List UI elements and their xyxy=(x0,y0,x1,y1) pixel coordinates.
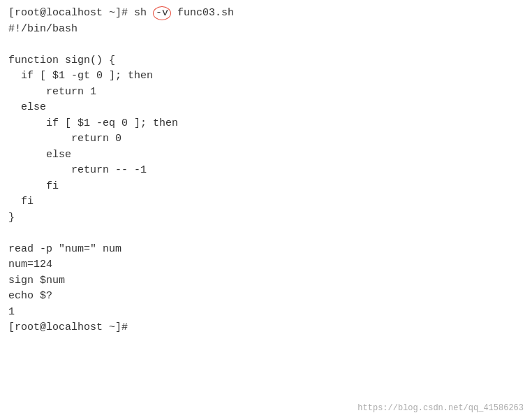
terminal-line-5: if [ $1 -gt 0 ]; then xyxy=(8,68,524,85)
terminal-line-19: echo $? xyxy=(8,289,524,305)
terminal-line-1: [root@localhost ~]# sh -v func03.sh xyxy=(8,6,524,22)
terminal-line-6: return 1 xyxy=(8,85,524,101)
terminal-line-3 xyxy=(8,37,524,53)
terminal-line-8: if [ $1 -eq 0 ]; then xyxy=(8,116,524,132)
terminal-line-7: else xyxy=(8,100,524,116)
command-prefix: [root@localhost ~]# sh xyxy=(8,7,153,19)
watermark: https://blog.csdn.net/qq_41586263 xyxy=(357,403,524,413)
terminal-line-18: sign $num xyxy=(8,273,524,289)
terminal-line-12: fi xyxy=(8,179,524,195)
flag-highlight: -v xyxy=(153,6,171,20)
terminal-line-13: fi xyxy=(8,194,524,210)
terminal-container: [root@localhost ~]# sh -v func03.sh #!/b… xyxy=(0,0,532,420)
terminal-line-17: num=124 xyxy=(8,257,524,273)
terminal-line-10: else xyxy=(8,147,524,164)
command-suffix: func03.sh xyxy=(171,7,234,19)
terminal-line-11: return -- -1 xyxy=(8,163,524,179)
terminal-line-4: function sign() { xyxy=(8,53,524,69)
terminal-line-15 xyxy=(8,226,524,242)
terminal-line-16: read -p "num=" num xyxy=(8,242,524,258)
terminal-line-20: 1 xyxy=(8,305,524,321)
terminal-line-21: [root@localhost ~]# xyxy=(8,320,524,336)
terminal-line-14: } xyxy=(8,210,524,226)
terminal-line-9: return 0 xyxy=(8,131,524,147)
terminal-line-2: #!/bin/bash xyxy=(8,22,524,38)
